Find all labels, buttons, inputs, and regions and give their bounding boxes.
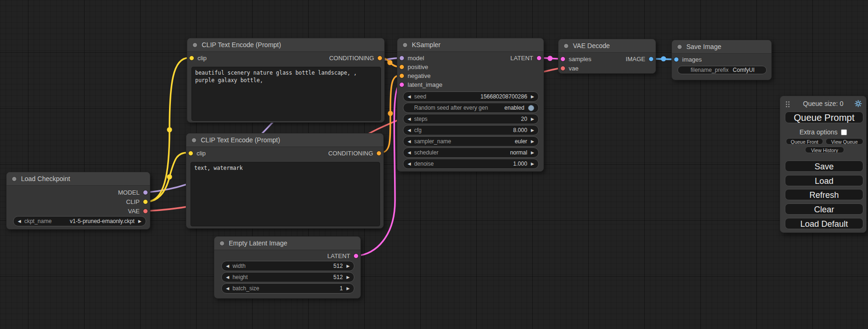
node-title-bar[interactable]: KSampler: [397, 38, 543, 52]
increment-arrow-icon[interactable]: ▶: [531, 159, 534, 168]
input-dot-negative[interactable]: [399, 73, 404, 78]
collapse-dot-icon[interactable]: [564, 43, 569, 49]
collapse-dot-icon[interactable]: [219, 241, 225, 246]
node-title-bar[interactable]: CLIP Text Encode (Prompt): [187, 38, 384, 52]
increment-arrow-icon[interactable]: ▶: [531, 126, 534, 135]
collapse-dot-icon[interactable]: [677, 44, 682, 49]
collapse-dot-icon[interactable]: [192, 42, 198, 48]
slot-label: CONDITIONING: [328, 150, 373, 157]
node-empty-latent-image[interactable]: Empty Latent Image LATENT ◀ width 512 ▶ …: [214, 236, 361, 299]
ckpt-name-widget[interactable]: ◀ ckpt_name v1-5-pruned-emaonly.ckpt ▶: [13, 216, 146, 226]
collapse-dot-icon[interactable]: [191, 138, 197, 143]
decrement-arrow-icon[interactable]: ◀: [408, 148, 411, 157]
widget-label: ckpt_name: [24, 218, 52, 224]
widget-label: height: [233, 274, 248, 280]
increment-arrow-icon[interactable]: ▶: [531, 137, 534, 146]
decrement-arrow-icon[interactable]: ◀: [226, 284, 229, 293]
node-ksampler[interactable]: KSampler model positive negative latent_…: [397, 38, 544, 172]
increment-arrow-icon[interactable]: ▶: [531, 148, 534, 157]
node-title-bar[interactable]: Load Checkpoint: [7, 172, 150, 186]
output-slot-clip: CLIP: [126, 198, 148, 206]
input-dot-images[interactable]: [674, 57, 679, 62]
input-dot-clip[interactable]: [189, 56, 194, 61]
queue-panel: Queue size: 0 Queue Prompt Extra options…: [780, 96, 867, 233]
node-vae-decode[interactable]: VAE Decode samples vae IMAGE: [558, 39, 656, 74]
load-default-button[interactable]: Load Default: [785, 218, 863, 229]
input-dot-samples[interactable]: [560, 56, 565, 62]
increment-arrow-icon[interactable]: ▶: [346, 284, 350, 293]
input-slot-model: model: [399, 54, 424, 63]
toggle-on-icon[interactable]: [528, 105, 534, 111]
decrement-arrow-icon[interactable]: ◀: [18, 217, 21, 226]
collapse-dot-icon[interactable]: [402, 42, 408, 48]
output-slot-image: IMAGE: [626, 55, 654, 63]
node-clip-text-encode-negative[interactable]: CLIP Text Encode (Prompt) clip CONDITION…: [186, 133, 384, 229]
output-dot-model[interactable]: [143, 190, 148, 195]
seed-widget[interactable]: ◀ seed 156680208700286 ▶: [403, 91, 539, 102]
increment-arrow-icon[interactable]: ▶: [346, 273, 350, 282]
steps-widget[interactable]: ◀ steps 20 ▶: [403, 114, 539, 124]
output-dot-clip[interactable]: [143, 199, 148, 204]
decrement-arrow-icon[interactable]: ◀: [408, 137, 411, 146]
decrement-arrow-icon[interactable]: ◀: [408, 114, 411, 124]
decrement-arrow-icon[interactable]: ◀: [408, 159, 411, 168]
widget-value: 156680208700286: [480, 93, 527, 100]
input-dot-model[interactable]: [399, 56, 404, 61]
input-dot-clip[interactable]: [188, 151, 193, 156]
decrement-arrow-icon[interactable]: ◀: [226, 273, 229, 282]
queue-prompt-button[interactable]: Queue Prompt: [785, 112, 863, 123]
node-clip-text-encode-positive[interactable]: CLIP Text Encode (Prompt) clip CONDITION…: [187, 38, 385, 123]
save-button[interactable]: Save: [785, 161, 863, 172]
node-save-image[interactable]: Save Image images filename_prefix ComfyU…: [671, 40, 772, 80]
slot-label: VAE: [128, 208, 140, 215]
collapse-dot-icon[interactable]: [12, 176, 17, 182]
input-dot-positive[interactable]: [399, 64, 404, 70]
comfyui-canvas[interactable]: { "colors": { "model": "#b39ddb", "clip"…: [0, 0, 868, 329]
cfg-widget[interactable]: ◀ cfg 8.000 ▶: [403, 125, 539, 135]
scheduler-widget[interactable]: ◀ scheduler normal ▶: [403, 147, 539, 158]
increment-arrow-icon[interactable]: ▶: [346, 261, 350, 271]
positive-prompt-textarea[interactable]: beautiful scenery nature glass bottle la…: [191, 67, 381, 121]
clear-button[interactable]: Clear: [785, 203, 863, 215]
decrement-arrow-icon[interactable]: ◀: [226, 261, 229, 271]
settings-gear-icon[interactable]: [854, 100, 862, 107]
extra-options-label: Extra options: [799, 128, 838, 136]
decrement-arrow-icon[interactable]: ◀: [408, 126, 411, 135]
view-history-button[interactable]: View History: [805, 147, 844, 153]
negative-prompt-textarea[interactable]: text, watermark: [191, 162, 380, 226]
output-dot-latent[interactable]: [536, 56, 542, 61]
queue-front-button[interactable]: Queue Front: [786, 138, 823, 145]
slot-label: CONDITIONING: [329, 55, 374, 62]
increment-arrow-icon[interactable]: ▶: [531, 114, 534, 124]
refresh-button[interactable]: Refresh: [785, 189, 863, 200]
node-title-bar[interactable]: Save Image: [672, 40, 771, 54]
sampler-name-widget[interactable]: ◀ sampler_name euler ▶: [403, 136, 539, 147]
width-widget[interactable]: ◀ width 512 ▶: [221, 261, 354, 271]
input-dot-vae[interactable]: [560, 66, 565, 71]
output-dot-latent[interactable]: [353, 253, 359, 259]
output-dot-image[interactable]: [649, 56, 654, 62]
node-load-checkpoint[interactable]: Load Checkpoint MODEL CLIP VAE ◀ ckpt_na…: [6, 172, 150, 230]
output-dot-vae[interactable]: [143, 209, 148, 214]
random-seed-toggle-widget[interactable]: Random seed after every gen enabled: [403, 103, 539, 113]
output-dot-conditioning[interactable]: [376, 151, 381, 156]
extra-options-checkbox[interactable]: [841, 129, 847, 135]
output-dot-conditioning[interactable]: [377, 56, 382, 61]
height-widget[interactable]: ◀ height 512 ▶: [221, 272, 354, 282]
increment-arrow-icon[interactable]: ▶: [138, 217, 141, 226]
node-title-bar[interactable]: CLIP Text Encode (Prompt): [186, 133, 383, 147]
node-title-bar[interactable]: Empty Latent Image: [214, 237, 360, 250]
widget-value: ComfyUI: [733, 67, 755, 73]
denoise-widget[interactable]: ◀ denoise 1.000 ▶: [403, 159, 539, 169]
increment-arrow-icon[interactable]: ▶: [531, 92, 534, 101]
widget-label: scheduler: [414, 149, 438, 156]
node-title-bar[interactable]: VAE Decode: [558, 39, 656, 53]
widget-value: 512: [333, 263, 343, 269]
filename-prefix-widget[interactable]: filename_prefix ComfyUI: [677, 66, 767, 74]
load-button[interactable]: Load: [785, 175, 863, 186]
batch-size-widget[interactable]: ◀ batch_size 1 ▶: [221, 283, 354, 294]
view-queue-button[interactable]: View Queue: [826, 138, 863, 145]
input-dot-latent-image[interactable]: [399, 82, 404, 87]
widget-label: sampler_name: [414, 138, 451, 145]
decrement-arrow-icon[interactable]: ◀: [408, 92, 411, 101]
